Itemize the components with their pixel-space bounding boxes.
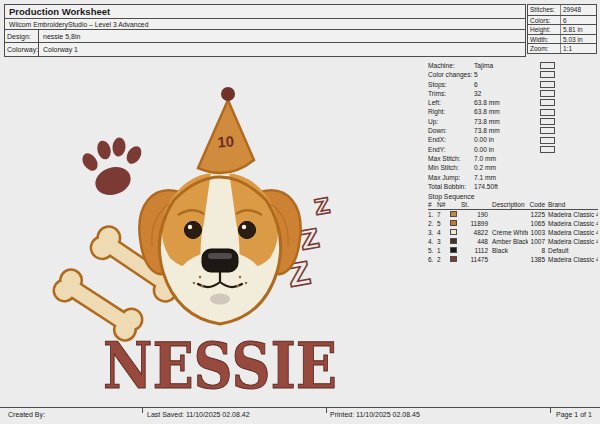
stat-label: Zoom: xyxy=(528,44,561,53)
row-stitches: 11899 xyxy=(460,219,488,228)
design-value: nessie 5,8in xyxy=(39,30,84,42)
row-description: Amber Black xyxy=(488,237,528,246)
stop-sequence-row: 3. 4 4822 Crème White 1003 Madeira Class… xyxy=(428,228,598,237)
stop-sequence-row: 5. 1 1112 Black 8 Default xyxy=(428,246,598,255)
machine-label: Right: xyxy=(428,107,474,116)
machine-label: Color changes: xyxy=(428,70,474,79)
col-code: Code xyxy=(528,201,545,210)
machine-row: EndY:0.00 in xyxy=(428,145,598,154)
col-brand: Brand xyxy=(545,201,598,210)
row-stitches: 448 xyxy=(460,237,488,246)
stop-sequence-header: # N# St. Description Code Brand xyxy=(428,201,598,210)
machine-value: 0.00 in xyxy=(474,135,536,144)
row-code: 1007 xyxy=(528,237,545,246)
row-needle: 5 xyxy=(437,219,448,228)
row-num: 1. xyxy=(428,210,437,219)
stop-sequence-row: 6. 2 11475 1385 Madeira Classic 40 xyxy=(428,255,598,264)
row-num: 6. xyxy=(428,255,437,264)
stop-sequence-row: 1. 7 190 1225 Madeira Classic 40 xyxy=(428,210,598,219)
machine-row: Machine:Tajima xyxy=(428,61,598,70)
thread-color-swatch xyxy=(450,247,457,253)
stat-value: 5.81 in xyxy=(561,25,583,34)
stat-value: 1:1 xyxy=(561,44,572,53)
stat-label: Width: xyxy=(528,35,561,44)
machine-value: 73.8 mm xyxy=(474,126,536,135)
row-needle: 1 xyxy=(437,246,448,255)
embroidery-design: Z Z Z 10 xyxy=(50,74,360,404)
z-letter: Z xyxy=(313,194,332,220)
thread-color-swatch xyxy=(450,229,457,235)
hat-pompom xyxy=(221,87,235,101)
machine-row: Stops:6 xyxy=(428,80,598,89)
page-number-label: Page 1 of 1 xyxy=(556,411,592,418)
row-brand: Madeira Classic 40 xyxy=(545,219,598,228)
swatch-cell xyxy=(448,211,460,217)
machine-checkbox xyxy=(540,118,555,125)
worksheet-header: Production Worksheet Wilcom EmbroiderySt… xyxy=(4,4,526,57)
row-code: 1065 xyxy=(528,219,545,228)
design-row: Design: nessie 5,8in xyxy=(5,30,525,43)
col-needle: N# xyxy=(437,201,448,210)
stat-label: Colors: xyxy=(528,16,561,25)
footer-divider xyxy=(550,408,551,413)
software-subtitle: Wilcom EmbroideryStudio – Level 3 Advanc… xyxy=(5,19,525,30)
machine-label: EndX: xyxy=(428,135,474,144)
machine-label: Stops: xyxy=(428,80,474,89)
thread-color-swatch xyxy=(450,220,457,226)
row-num: 5. xyxy=(428,246,437,255)
machine-value: 0.2 mm xyxy=(474,163,536,172)
stat-zoom: Zoom: 1:1 xyxy=(528,43,596,53)
row-needle: 3 xyxy=(437,237,448,246)
production-worksheet-page: Production Worksheet Wilcom EmbroiderySt… xyxy=(0,0,600,424)
row-num: 4. xyxy=(428,237,437,246)
machine-value: 0.00 in xyxy=(474,145,536,154)
swatch-cell xyxy=(448,229,460,235)
col-num: # xyxy=(428,201,437,210)
swatch-cell xyxy=(448,220,460,226)
machine-value: 7.0 mm xyxy=(474,154,536,163)
colorway-value: Colorway 1 xyxy=(39,43,82,56)
machine-value: 6 xyxy=(474,80,536,89)
row-needle: 2 xyxy=(437,255,448,264)
machine-label: Left: xyxy=(428,98,474,107)
machine-row: EndX:0.00 in xyxy=(428,135,598,144)
swatch-cell xyxy=(448,256,460,262)
footer-divider xyxy=(326,408,327,413)
swatch-cell xyxy=(448,247,460,253)
design-label: Design: xyxy=(5,30,39,42)
machine-label: Min Stitch: xyxy=(428,163,474,172)
machine-row: Max Jump:7.1 mm xyxy=(428,173,598,182)
stat-colors: Colors: 6 xyxy=(528,15,596,25)
machine-checkbox xyxy=(540,109,555,116)
machine-row: Left:63.8 mm xyxy=(428,98,598,107)
col-stitches: St. xyxy=(460,201,488,210)
machine-value: 63.8 mm xyxy=(474,98,536,107)
colorway-label: Colorway: xyxy=(5,43,39,56)
page-title: Production Worksheet xyxy=(5,5,525,19)
machine-label: Max Stitch: xyxy=(428,154,474,163)
stat-value: 6 xyxy=(561,16,567,25)
stat-value: 5.03 in xyxy=(561,35,583,44)
thread-color-swatch xyxy=(450,211,457,217)
machine-info-panel: Machine:Tajima Color changes:5 Stops:6 T… xyxy=(428,61,598,191)
machine-checkbox xyxy=(540,127,555,134)
row-brand: Madeira Classic 40 xyxy=(545,228,598,237)
row-brand: Madeira Classic 40 xyxy=(545,210,598,219)
machine-value: 7.1 mm xyxy=(474,173,536,182)
dog-left-eye xyxy=(185,222,202,239)
machine-label: Max Jump: xyxy=(428,173,474,182)
row-stitches: 11475 xyxy=(460,255,488,264)
machine-label: Machine: xyxy=(428,61,474,70)
stat-value: 29948 xyxy=(561,5,581,15)
machine-value: 174.50ft xyxy=(474,182,536,191)
hat-number: 10 xyxy=(217,132,235,150)
machine-checkbox xyxy=(540,137,555,144)
machine-checkbox xyxy=(540,81,555,88)
machine-row: Right:63.8 mm xyxy=(428,107,598,116)
machine-checkbox xyxy=(540,90,555,97)
row-code: 1385 xyxy=(528,255,545,264)
paw-print-icon xyxy=(79,137,144,199)
machine-value: 32 xyxy=(474,89,536,98)
row-stitches: 4822 xyxy=(460,228,488,237)
machine-label: Total Bobbin: xyxy=(428,182,474,191)
